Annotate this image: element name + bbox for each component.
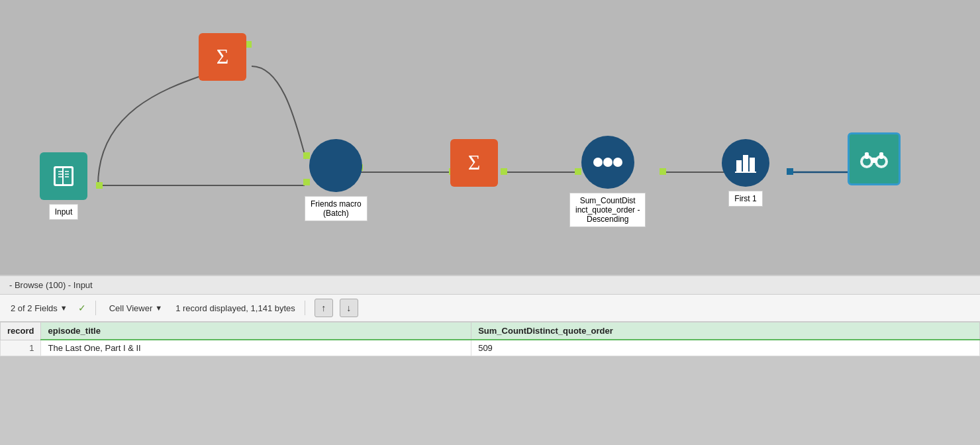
col-header-sum-count: Sum_CountDistinct_quote_order <box>471 322 980 340</box>
cell-episode-title: The Last One, Part I & II <box>41 340 471 356</box>
svg-point-26 <box>603 158 612 167</box>
cell-viewer-chevron-icon: ▼ <box>155 304 162 312</box>
cell-sum-count: 509 <box>471 340 980 356</box>
fields-chevron-icon: ▼ <box>60 304 68 312</box>
data-table: record episode_title Sum_CountDistinct_q… <box>0 322 980 356</box>
summarize2-icon: Σ <box>450 139 498 187</box>
input-node[interactable]: Input <box>40 152 87 220</box>
browse-node[interactable] <box>848 132 901 185</box>
svg-point-25 <box>593 158 603 167</box>
svg-point-27 <box>613 158 622 167</box>
sort-label: Sum_CountDistinct_quote_order -Descendin… <box>569 193 646 227</box>
svg-rect-11 <box>787 168 793 175</box>
svg-text:Σ: Σ <box>217 44 229 68</box>
svg-rect-28 <box>736 160 742 172</box>
divider1 <box>95 301 96 315</box>
friends-macro-node[interactable]: Friends macro(Batch) <box>305 139 368 221</box>
table-row: 1 The Last One, Part I & II 509 <box>1 340 980 356</box>
summarize2-node[interactable]: Σ <box>450 139 498 187</box>
toolbar: 2 of 2 Fields ▼ ✓ Cell Viewer ▼ 1 record… <box>0 295 980 322</box>
friends-macro-icon <box>309 139 362 192</box>
svg-rect-36 <box>871 158 877 163</box>
svg-rect-0 <box>96 182 103 189</box>
scroll-down-button[interactable]: ↓ <box>340 299 358 317</box>
cell-record: 1 <box>1 340 41 356</box>
divider2 <box>305 301 305 315</box>
input-label: Input <box>49 204 79 220</box>
friends-macro-label: Friends macro(Batch) <box>305 196 368 221</box>
input-node-icon <box>40 152 87 200</box>
browse-title: - Browse (100) - Input <box>0 276 980 295</box>
summarize1-node[interactable]: Σ <box>199 33 246 81</box>
fields-label: 2 of 2 Fields <box>11 303 58 313</box>
browse-icon <box>848 132 901 185</box>
summarize1-icon: Σ <box>199 33 246 81</box>
svg-text:Σ: Σ <box>468 150 481 174</box>
svg-rect-7 <box>501 168 507 175</box>
check-icon: ✓ <box>78 303 86 313</box>
col-header-record: record <box>1 322 41 340</box>
scroll-up-button[interactable]: ↑ <box>315 299 333 317</box>
first1-label: First 1 <box>728 191 762 207</box>
first1-node[interactable]: First 1 <box>722 139 769 207</box>
svg-rect-30 <box>750 158 755 172</box>
record-info: 1 record displayed, 1,141 bytes <box>175 303 295 313</box>
connections-svg <box>0 0 980 275</box>
sort-icon <box>581 136 634 189</box>
sort-node[interactable]: Sum_CountDistinct_quote_order -Descendin… <box>569 136 646 227</box>
svg-rect-29 <box>743 155 748 172</box>
browse-panel: - Browse (100) - Input 2 of 2 Fields ▼ ✓… <box>0 275 980 356</box>
cell-viewer-label: Cell Viewer <box>109 303 153 313</box>
svg-rect-14 <box>64 168 72 184</box>
svg-rect-9 <box>660 168 666 175</box>
svg-rect-38 <box>879 152 883 159</box>
first1-icon <box>722 139 769 187</box>
workflow-canvas: Input Σ Friends macro(Batch) Σ <box>0 0 980 275</box>
col-header-episode-title: episode_title <box>41 322 471 340</box>
svg-rect-37 <box>865 152 869 159</box>
cell-viewer-button[interactable]: Cell Viewer ▼ <box>105 302 166 315</box>
data-table-container: record episode_title Sum_CountDistinct_q… <box>0 322 980 356</box>
fields-button[interactable]: 2 of 2 Fields ▼ <box>7 302 72 315</box>
